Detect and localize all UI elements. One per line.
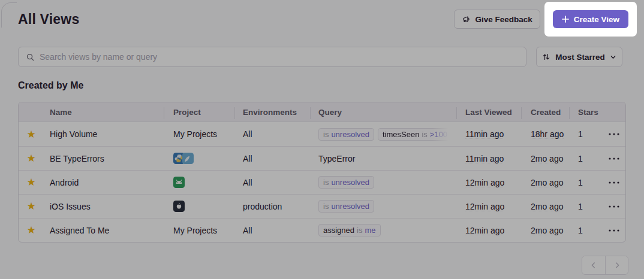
- ellipsis-icon[interactable]: [606, 126, 622, 142]
- created-cell: 2mo ago: [521, 178, 569, 187]
- table-header-row: Name Project Environments Query Last Vie…: [19, 102, 625, 122]
- star-cell: ★: [19, 225, 44, 235]
- environments-cell: All: [234, 226, 310, 235]
- created-cell: 18hr ago: [521, 129, 569, 139]
- created-cell: 2mo ago: [521, 154, 569, 163]
- background-panel-corner: [1, 2, 17, 28]
- stars-cell: 1: [569, 154, 603, 163]
- ellipsis-icon[interactable]: [606, 222, 622, 239]
- give-feedback-label: Give Feedback: [475, 15, 532, 24]
- prev-page-button[interactable]: [582, 256, 605, 274]
- views-table: Name Project Environments Query Last Vie…: [18, 102, 626, 242]
- query-cell: TypeError: [310, 154, 456, 163]
- view-name-link[interactable]: Assigned To Me: [50, 226, 109, 235]
- project-cell: My Projects: [164, 129, 234, 139]
- query-filter-chip: isunresolved: [318, 176, 374, 189]
- star-cell: ★: [19, 153, 44, 163]
- last-viewed-cell: 12min ago: [456, 226, 521, 235]
- ellipsis-icon[interactable]: [606, 150, 622, 167]
- query-cell: isunresolved: [310, 200, 456, 213]
- last-viewed-value: 11min ago: [465, 129, 504, 139]
- sort-dropdown[interactable]: Most Starred: [536, 47, 622, 67]
- page-title: All Views: [18, 11, 79, 28]
- more-cell: [603, 222, 625, 239]
- project-cell: My Projects: [164, 226, 234, 235]
- chevron-left-icon: [589, 261, 598, 269]
- created-value: 2mo ago: [531, 202, 563, 211]
- header-actions: Give Feedback Create View: [454, 2, 637, 37]
- stars-cell: 1: [569, 202, 603, 211]
- table-row[interactable]: ★ iOS Issues production isunresolved 12m…: [19, 194, 625, 218]
- environments-cell: production: [234, 202, 310, 211]
- query-token: is: [357, 226, 362, 235]
- environments-cell: All: [234, 154, 310, 163]
- created-cell: 2mo ago: [521, 202, 569, 211]
- table-row[interactable]: ★ BE TypeErrors All TypeError 11min ago …: [19, 146, 625, 170]
- created-cell: 2mo ago: [521, 226, 569, 235]
- project-cell: [164, 201, 234, 212]
- query-cell: isunresolvedtimesSeenis>100: [310, 128, 456, 141]
- star-icon[interactable]: ★: [26, 177, 35, 187]
- query-token: >100: [430, 130, 447, 139]
- query-filter-chip: timesSeenis>100: [378, 128, 450, 141]
- created-value: 2mo ago: [531, 226, 563, 235]
- star-icon[interactable]: ★: [26, 201, 35, 211]
- last-viewed-value: 12min ago: [465, 202, 504, 211]
- last-viewed-cell: 11min ago: [456, 129, 521, 139]
- page-header: All Views Give Feedback: [18, 0, 637, 38]
- give-feedback-button[interactable]: Give Feedback: [454, 10, 540, 29]
- android-project-icon: [173, 177, 185, 188]
- query-token: me: [365, 226, 375, 235]
- last-viewed-value: 12min ago: [465, 226, 504, 235]
- toolbar: Most Starred: [18, 47, 622, 67]
- sort-dropdown-label: Most Starred: [555, 53, 605, 62]
- more-cell: [603, 198, 625, 215]
- view-name-link[interactable]: High Volume: [50, 129, 97, 139]
- last-viewed-cell: 11min ago: [456, 154, 521, 163]
- star-icon[interactable]: ★: [26, 129, 35, 140]
- query-token: timesSeen: [383, 130, 419, 139]
- create-view-spotlight: Create View: [544, 2, 637, 37]
- search-input[interactable]: [40, 52, 519, 62]
- last-viewed-value: 11min ago: [465, 154, 504, 163]
- create-view-button[interactable]: Create View: [553, 10, 628, 28]
- view-name-link[interactable]: iOS Issues: [50, 202, 91, 211]
- table-row[interactable]: ★ Assigned To Me My Projects All assigne…: [19, 218, 625, 242]
- query-token: is: [323, 178, 329, 187]
- query-token: is: [422, 130, 427, 139]
- column-header-stars: Stars: [569, 108, 603, 117]
- project-cell: [164, 153, 234, 164]
- next-page-button[interactable]: [605, 256, 628, 274]
- view-name-link[interactable]: Android: [50, 178, 79, 187]
- more-cell: [603, 150, 625, 167]
- query-token: unresolved: [331, 178, 369, 187]
- query-cell: assignedisme: [310, 224, 456, 236]
- all-views-page: All Views Give Feedback: [0, 0, 644, 279]
- more-cell: [603, 126, 625, 142]
- plus-icon: [562, 16, 569, 23]
- table-row[interactable]: ★ High Volume My Projects All isunresolv…: [19, 122, 625, 146]
- search-icon: [26, 53, 35, 62]
- query-token: is: [323, 202, 329, 211]
- column-header-project: Project: [164, 108, 234, 117]
- last-viewed-value: 12min ago: [465, 178, 504, 187]
- column-header-name: Name: [44, 108, 164, 117]
- star-icon[interactable]: ★: [26, 153, 35, 163]
- star-icon[interactable]: ★: [26, 225, 35, 235]
- chevron-right-icon: [613, 261, 621, 269]
- chevron-down-icon: [610, 54, 616, 60]
- backend-project-icon: [182, 153, 194, 164]
- column-header-last-viewed: Last Viewed: [456, 108, 521, 117]
- pagination: [582, 256, 628, 275]
- project-label: My Projects: [173, 226, 217, 235]
- name-cell: iOS Issues: [44, 202, 164, 211]
- table-row[interactable]: ★ Android All isunresolved 12min ago 2mo…: [19, 170, 625, 194]
- project-cell: [164, 177, 234, 188]
- create-view-label: Create View: [574, 15, 619, 24]
- megaphone-icon: [462, 15, 471, 24]
- ellipsis-icon[interactable]: [606, 174, 622, 191]
- view-name-link[interactable]: BE TypeErrors: [50, 154, 104, 163]
- query-cell: isunresolved: [310, 176, 456, 189]
- ellipsis-icon[interactable]: [606, 198, 622, 215]
- environments-cell: All: [234, 178, 310, 187]
